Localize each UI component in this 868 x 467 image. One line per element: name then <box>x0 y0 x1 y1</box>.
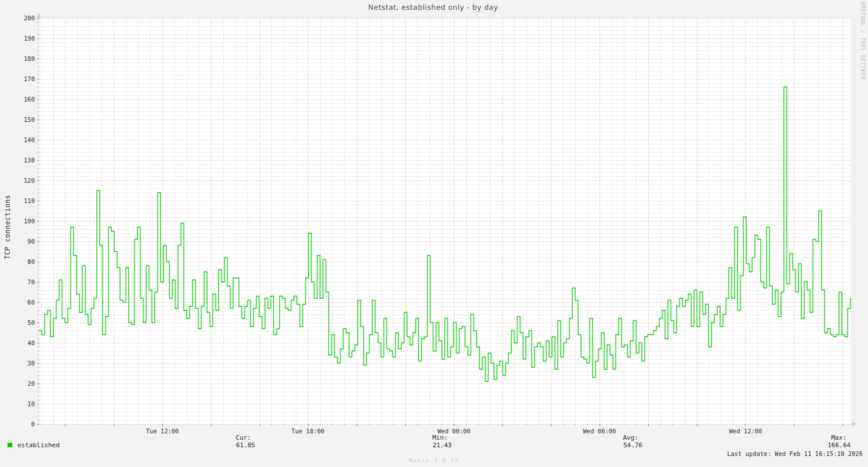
stat-min-value: 21.43 <box>365 442 452 450</box>
y-tick-label: 60 <box>27 299 35 306</box>
y-tick-label: 170 <box>24 75 35 82</box>
y-tick-label: 40 <box>27 339 35 346</box>
x-tick-label: Wed 12:00 <box>729 428 762 435</box>
stat-cur-value: 61.85 <box>168 442 255 450</box>
y-tick-label: 190 <box>24 35 35 42</box>
y-tick-label: 130 <box>24 157 35 164</box>
munin-version-watermark: Munin 2.0.75 <box>0 457 868 464</box>
stat-max-label: Max: <box>764 435 851 442</box>
y-tick-label: 160 <box>24 96 35 103</box>
y-tick-label: 30 <box>27 360 35 367</box>
stat-cur-label: Cur: <box>168 435 255 442</box>
y-tick-label: 80 <box>27 258 35 265</box>
munin-graph-page: 0102030405060708090100110120130140150160… <box>0 0 868 467</box>
y-tick-label: 180 <box>24 55 35 62</box>
y-tick-label: 70 <box>27 278 35 285</box>
stat-min-label: Min: <box>365 435 452 442</box>
y-tick-label: 10 <box>27 400 35 407</box>
stat-avg-label: Avg: <box>555 435 642 442</box>
y-tick-label: 90 <box>27 238 35 245</box>
x-tick-label: Wed 06:00 <box>583 428 616 435</box>
chart-title: Netstat, established only - by day <box>0 3 866 12</box>
y-tick-label: 200 <box>24 15 35 21</box>
rrdtool-credit: RRDTOOL / TOBI OETIKER <box>860 2 865 80</box>
chart-canvas: 0102030405060708090100110120130140150160… <box>0 0 868 467</box>
stat-avg: Avg: 54.76 <box>555 435 642 449</box>
stat-min: Min: 21.43 <box>365 435 452 449</box>
y-tick-label: 150 <box>24 116 35 123</box>
stat-avg-value: 54.76 <box>555 442 642 450</box>
y-tick-label: 140 <box>24 136 35 143</box>
y-tick-label: 100 <box>24 218 35 225</box>
legend-series-label: established <box>17 441 60 449</box>
legend-color-swatch-established <box>8 443 12 447</box>
x-tick-label: Tue 18:00 <box>292 428 325 435</box>
x-tick-label: Tue 12:00 <box>146 428 179 435</box>
stat-max-value: 166.64 <box>764 442 851 450</box>
stat-max: Max: 166.64 <box>764 435 851 449</box>
y-tick-label: 120 <box>24 177 35 184</box>
y-tick-label: 110 <box>24 197 35 204</box>
stat-cur: Cur: 61.85 <box>168 435 255 449</box>
last-update-text: Last update: Wed Feb 11 16:15:10 2026 <box>727 451 863 457</box>
y-axis-title: TCP connections <box>3 195 12 259</box>
y-tick-label: 0 <box>31 421 35 428</box>
y-tick-label: 20 <box>27 380 35 387</box>
y-tick-label: 50 <box>27 319 35 326</box>
